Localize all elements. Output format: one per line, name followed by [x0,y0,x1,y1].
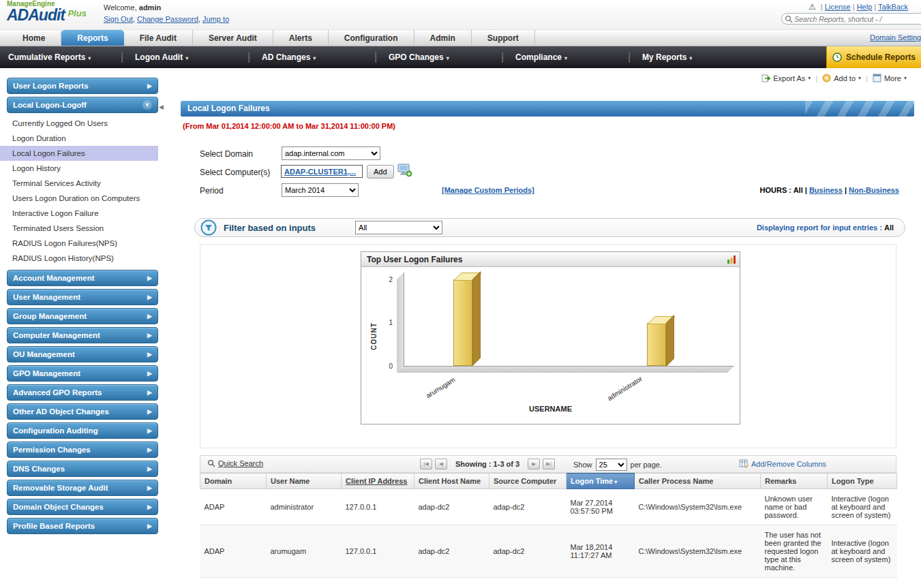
export-as-button[interactable]: Export As▾ [761,74,811,82]
change-password-link[interactable]: Change Password [137,15,198,23]
sidebar-item-radius-logon-history[interactable]: RADIUS Logon History(NPS) [0,251,158,266]
license-link[interactable]: License [825,3,851,11]
tab-alerts[interactable]: Alerts [273,30,329,46]
tab-configuration[interactable]: Configuration [329,30,414,46]
col-header-domain[interactable]: Domain [200,474,267,489]
sidebar-section-account-management[interactable]: Account Management▶ [7,270,158,286]
sidebar-section-domain-object-changes[interactable]: Domain Object Changes▶ [7,499,158,515]
filter-select[interactable]: All [355,221,442,234]
sidebar-section-removable-storage-audit[interactable]: Removable Storage Audit▶ [7,480,158,496]
manage-custom-periods-link[interactable]: [Manage Custom Periods] [442,186,534,194]
domain-select[interactable]: adap.internal.com [282,146,380,160]
computers-input[interactable] [281,165,363,178]
sidebar-collapse-icon[interactable]: ◀ [159,104,164,110]
table-header-row: Domain User Name Client IP Address Clien… [200,474,897,489]
menu-ad-changes[interactable]: AD Changes▾ [254,52,371,62]
col-header-logon-time[interactable]: Logon Time▾ [567,474,635,489]
page-size-group: Show 25 per page. [573,459,662,471]
sidebar-section-permission-changes[interactable]: Permission Changes▶ [7,442,158,458]
next-page-icon[interactable]: ▶ [528,459,540,469]
warning-icon[interactable]: ⚠ [809,2,816,12]
tab-home[interactable]: Home [7,30,61,46]
jump-to-link[interactable]: Jump to [202,15,229,23]
add-to-button[interactable]: Add to▾ [822,74,861,82]
more-button[interactable]: More▾ [873,74,907,82]
sidebar-section-computer-management[interactable]: Computer Management▶ [7,327,158,343]
hours-business-link[interactable]: Business [809,186,843,194]
col-header-client-host[interactable]: Client Host Name [414,474,489,489]
cell-user-name: administrator [267,489,342,525]
table-row[interactable]: ADAP administrator 127.0.0.1 adap-dc2 ad… [200,489,897,525]
cell-domain: ADAP [200,525,267,578]
sidebar-section-user-logon-reports[interactable]: User Logon Reports▶ [7,78,158,94]
sidebar-item-radius-logon-failures[interactable]: RADIUS Logon Failures(NPS) [0,236,158,251]
sidebar-section-profile-based-reports[interactable]: Profile Based Reports▶ [7,518,158,534]
displaying-info: Displaying report for input entries : Al… [757,223,894,232]
help-link[interactable]: Help [857,3,873,11]
quick-search-button[interactable]: Quick Search [207,459,263,467]
computer-add-icon[interactable] [397,164,412,177]
last-page-icon[interactable]: ▶| [543,459,555,469]
search-input[interactable] [794,14,921,24]
period-select[interactable]: March 2014 [282,183,359,197]
chart-type-icon[interactable] [727,255,736,264]
sidebar-item-terminated-users-session[interactable]: Terminated Users Session [0,221,158,236]
chevron-down-icon: ▾ [185,55,188,61]
bar-arumugam [453,279,472,366]
sidebar-item-interactive-logon-failure[interactable]: Interactive Logon Failure [0,206,158,221]
prev-page-icon[interactable]: ◀ [435,459,447,469]
x-category-label: administrator [606,375,644,402]
first-page-icon[interactable]: |◀ [420,459,432,469]
col-header-logon-type[interactable]: Logon Type [828,474,897,489]
col-header-user-name[interactable]: User Name [267,474,342,489]
chevron-right-icon: ▶ [147,82,152,89]
tab-support[interactable]: Support [472,30,535,46]
sidebar-item-logon-duration[interactable]: Logon Duration [0,131,158,146]
sidebar-item-local-logon-failures[interactable]: Local Logon Failures [0,146,158,161]
tab-file-audit[interactable]: File Audit [124,30,193,46]
col-header-client-ip[interactable]: Client IP Address [342,474,414,489]
sidebar-section-local-logon-logoff[interactable]: Local Logon-Logoff▼ [7,97,158,113]
sidebar-section-configuration-auditing[interactable]: Configuration Auditing▶ [7,422,158,439]
sidebar-item-users-logon-duration-on-computers[interactable]: Users Logon Duration on Computers [0,191,158,206]
col-header-remarks[interactable]: Remarks [761,474,828,489]
menu-compliance[interactable]: Compliance▾ [507,52,624,62]
col-header-caller-process[interactable]: Caller Process Name [635,474,761,489]
sidebar-item-logon-history[interactable]: Logon History [0,161,158,176]
hours-non-business-link[interactable]: Non-Business [849,186,899,194]
sidebar-section-gpo-management[interactable]: GPO Management▶ [7,365,158,382]
menu-my-reports[interactable]: My Reports▾ [634,52,751,62]
add-computer-button[interactable]: Add [367,165,394,179]
menu-cumulative-reports[interactable]: Cumulative Reports▾ [0,52,117,62]
talkback-link[interactable]: TalkBack [878,3,908,11]
table-row[interactable]: ADAP arumugam 127.0.0.1 adap-dc2 adap-dc… [200,525,897,578]
tab-admin[interactable]: Admin [414,30,472,46]
col-header-source-computer[interactable]: Source Computer [489,474,567,489]
page-size-select[interactable]: 25 [596,459,627,471]
sidebar-section-user-management[interactable]: User Management▶ [7,289,158,305]
tab-reports[interactable]: Reports [61,30,123,46]
cell-remarks: Unknown user name or bad password. [761,489,828,525]
search-icon [207,459,215,467]
domain-settings-link[interactable]: Domain Settings [870,33,921,42]
sidebar-section-dns-changes[interactable]: DNS Changes▶ [7,461,158,477]
search-icon [785,15,793,23]
menu-gpo-changes[interactable]: GPO Changes▾ [380,52,498,62]
sidebar-section-advanced-gpo-reports[interactable]: Advanced GPO Reports▶ [7,384,158,401]
sidebar-item-currently-logged-on-users[interactable]: Currently Logged On Users [0,116,158,131]
hours-filter: HOURS : All | Business | Non-Business [760,186,899,194]
cell-client-host: adap-dc2 [414,525,489,578]
sidebar-section-other-ad-object-changes[interactable]: Other AD Object Changes▶ [7,403,158,420]
menu-logon-audit[interactable]: Logon Audit▾ [127,52,244,62]
sidebar-section-ou-management[interactable]: OU Management▶ [7,346,158,362]
chevron-down-icon: ▾ [447,55,449,61]
sign-out-link[interactable]: Sign Out [104,15,133,23]
plot-area [404,279,734,366]
chevron-right-icon: ▶ [147,504,152,510]
sidebar-item-terminal-services-activity[interactable]: Terminal Services Activity [0,176,158,191]
chevron-down-icon: ▾ [904,75,907,81]
sidebar-section-group-management[interactable]: Group Management▶ [7,308,158,324]
schedule-reports-button[interactable]: Schedule Reports [826,46,921,68]
tab-server-audit[interactable]: Server Audit [193,30,273,46]
add-remove-columns-button[interactable]: Add/Remove Columns [739,459,826,468]
